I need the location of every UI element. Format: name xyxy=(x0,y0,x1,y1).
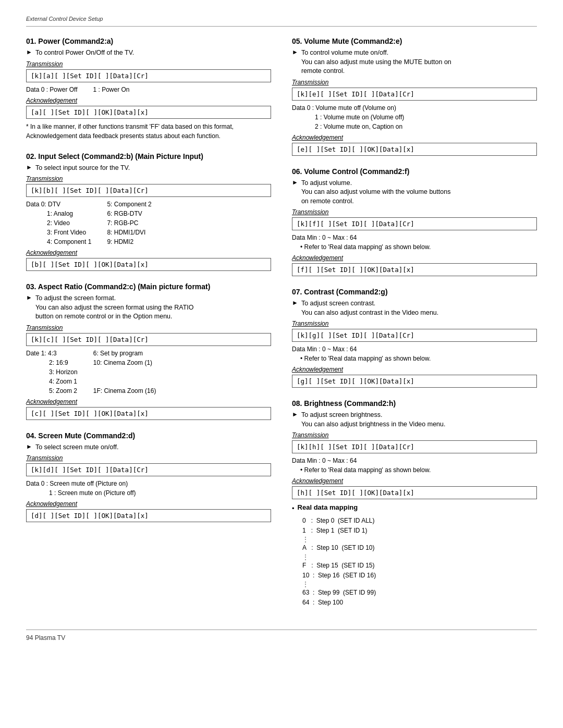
ack-label-03: Acknowledgement xyxy=(26,398,271,405)
rdm-entry-1: 1 : Step 1 (SET ID 1) xyxy=(302,526,537,536)
section-08-bullet: ► To adjust screen brightness.You can al… xyxy=(292,411,537,429)
transmission-code-06: [k][f][ ][Set ID][ ][Data][Cr] xyxy=(292,217,537,230)
data-col-left-03: Date 1: 4:3 2: 16:9 3: Horizon 4: Zoom 1… xyxy=(26,349,78,396)
ack-code-01: [a][ ][Set ID][ ][OK][Data][x] xyxy=(26,106,271,119)
rdm-entry-63: 63 : Step 99 (SET ID 99) xyxy=(302,588,537,598)
left-column: 01. Power (Command2:a) ► To control Powe… xyxy=(26,37,271,619)
page-header: External Control Device Setup xyxy=(26,16,537,27)
section-07: 07. Contrast (Command2:g) ► To adjust sc… xyxy=(292,288,537,388)
ack-code-07: [g][ ][Set ID][ ][OK][Data][x] xyxy=(292,375,537,388)
section-07-bullet: ► To adjust screen contrast.You can also… xyxy=(292,299,537,317)
section-04: 04. Screen Mute (Command2:d) ► To select… xyxy=(26,431,271,523)
transmission-code-08: [k][h][ ][Set ID][ ][Data][Cr] xyxy=(292,440,537,453)
data-col-left-02: Data 0: DTV 1: Analog 2: Video 3: Front … xyxy=(26,200,91,246)
arrow-icon-3: ► xyxy=(26,294,32,301)
rdm-dots-2: ⋮ xyxy=(302,554,537,560)
section-05-desc: To control volume mute on/off.You can al… xyxy=(301,48,451,76)
section-02-title: 02. Input Select (Command2:b) (Main Pict… xyxy=(26,152,271,161)
arrow-icon-6: ► xyxy=(292,179,298,186)
data-row-03: Date 1: 4:3 2: 16:9 3: Horizon 4: Zoom 1… xyxy=(26,349,271,396)
section-08-desc: To adjust screen brightness.You can also… xyxy=(301,411,446,429)
bullet-dot-real: • xyxy=(292,504,295,512)
transmission-code-04: [k][d][ ][Set ID][ ][Data][Cr] xyxy=(26,463,271,476)
arrow-icon-2: ► xyxy=(26,164,32,171)
section-05-title: 05. Volume Mute (Command2:e) xyxy=(292,37,537,45)
rdm-dots-1: ⋮ xyxy=(302,536,537,542)
data-table-03: Date 1: 4:3 2: 16:9 3: Horizon 4: Zoom 1… xyxy=(26,349,271,396)
ack-code-05: [e][ ][Set ID][ ][OK][Data][x] xyxy=(292,143,537,156)
ack-code-04: [d][ ][Set ID][ ][OK][Data][x] xyxy=(26,509,271,522)
transmission-code-01: [k][a][ ][Set ID][ ][Data][Cr] xyxy=(26,69,271,82)
section-04-title: 04. Screen Mute (Command2:d) xyxy=(26,431,271,440)
rdm-dots-3: ⋮ xyxy=(302,581,537,587)
section-01-desc: To control Power On/Off of the TV. xyxy=(35,48,134,58)
page-container: External Control Device Setup 01. Power … xyxy=(0,0,563,728)
transmission-label-08: Transmission xyxy=(292,431,537,439)
section-02-desc: To select input source for the TV. xyxy=(35,164,130,173)
transmission-label-05: Transmission xyxy=(292,79,537,86)
section-06-desc: To adjust volume.You can also adjust vol… xyxy=(301,179,451,206)
data-line-01-0: Data 0 : Power Off 1 : Power On xyxy=(26,85,271,94)
section-01-bullet: ► To control Power On/Off of the TV. xyxy=(26,48,271,58)
transmission-label-06: Transmission xyxy=(292,208,537,216)
transmission-code-03: [k][c][ ][Set ID][ ][Data][Cr] xyxy=(26,333,271,346)
section-03-desc: To adjust the screen format.You can also… xyxy=(35,294,194,322)
data-table-04: Data 0 : Screen mute off (Picture on) 1 … xyxy=(26,479,271,498)
section-04-bullet: ► To select screen mute on/off. xyxy=(26,443,271,452)
section-07-title: 07. Contrast (Command2:g) xyxy=(292,288,537,296)
right-column: 05. Volume Mute (Command2:e) ► To contro… xyxy=(292,37,537,619)
data-table-08: Data Min : 0 ~ Max : 64 • Refer to 'Real… xyxy=(292,456,537,475)
section-04-desc: To select screen mute on/off. xyxy=(35,443,119,452)
rdm-entry-0: 0 : Step 0 (SET ID ALL) xyxy=(302,516,537,526)
rdm-entry-f: F : Step 15 (SET ID 15) xyxy=(302,561,537,571)
section-03-title: 03. Aspect Ratio (Command2:c) (Main pict… xyxy=(26,282,271,291)
ack-code-02: [b][ ][Set ID][ ][OK][Data][x] xyxy=(26,258,271,271)
transmission-label-01: Transmission xyxy=(26,60,271,68)
ack-code-03: [c][ ][Set ID][ ][OK][Data][x] xyxy=(26,407,271,420)
arrow-icon-5: ► xyxy=(292,48,298,56)
section-05: 05. Volume Mute (Command2:e) ► To contro… xyxy=(292,37,537,156)
footer-text: 94 Plasma TV xyxy=(26,634,65,641)
data-col-right-03: 6: Set by program 10: Cinema Zoom (1) 1F… xyxy=(93,349,156,396)
data-row-02: Data 0: DTV 1: Analog 2: Video 3: Front … xyxy=(26,200,271,246)
real-data-mapping: • Real data mapping 0 : Step 0 (SET ID A… xyxy=(292,503,537,608)
ack-label-07: Acknowledgement xyxy=(292,366,537,373)
transmission-label-02: Transmission xyxy=(26,175,271,182)
arrow-icon-8: ► xyxy=(292,411,298,418)
data-table-05: Data 0 : Volume mute off (Volume on) 1 :… xyxy=(292,103,537,131)
section-06-title: 06. Volume Control (Command2:f) xyxy=(292,167,537,176)
section-01: 01. Power (Command2:a) ► To control Powe… xyxy=(26,37,271,141)
ack-label-05: Acknowledgement xyxy=(292,134,537,141)
transmission-label-07: Transmission xyxy=(292,320,537,327)
section-08-title: 08. Brightness (Command2:h) xyxy=(292,399,537,408)
ack-label-02: Acknowledgement xyxy=(26,249,271,256)
transmission-label-04: Transmission xyxy=(26,454,271,462)
section-08: 08. Brightness (Command2:h) ► To adjust … xyxy=(292,399,537,608)
section-06: 06. Volume Control (Command2:f) ► To adj… xyxy=(292,167,537,277)
data-table-07: Data Min : 0 ~ Max : 64 • Refer to 'Real… xyxy=(292,344,537,363)
section-07-desc: To adjust screen contrast.You can also a… xyxy=(301,299,438,317)
main-content: 01. Power (Command2:a) ► To control Powe… xyxy=(26,37,537,619)
note-01: * In a like manner, if other functions t… xyxy=(26,122,271,141)
ack-label-01: Acknowledgement xyxy=(26,97,271,104)
data-table-06: Data Min : 0 ~ Max : 64 • Refer to 'Real… xyxy=(292,233,537,252)
rdm-entry-a: A : Step 10 (SET ID 10) xyxy=(302,543,537,553)
arrow-icon-4: ► xyxy=(26,443,32,450)
transmission-label-03: Transmission xyxy=(26,324,271,331)
section-02: 02. Input Select (Command2:b) (Main Pict… xyxy=(26,152,271,272)
arrow-icon: ► xyxy=(26,48,32,56)
section-01-title: 01. Power (Command2:a) xyxy=(26,37,271,45)
ack-label-08: Acknowledgement xyxy=(292,477,537,485)
transmission-code-07: [k][g][ ][Set ID][ ][Data][Cr] xyxy=(292,329,537,342)
transmission-code-02: [k][b][ ][Set ID][ ][Data][Cr] xyxy=(26,184,271,197)
rdm-entry-10: 10 : Step 16 (SET ID 16) xyxy=(302,571,537,581)
section-03-bullet: ► To adjust the screen format.You can al… xyxy=(26,294,271,322)
data-table-01: Data 0 : Power Off 1 : Power On xyxy=(26,85,271,94)
real-data-entries: 0 : Step 0 (SET ID ALL) 1 : Step 1 (SET … xyxy=(292,516,537,608)
section-02-bullet: ► To select input source for the TV. xyxy=(26,164,271,173)
ack-label-06: Acknowledgement xyxy=(292,254,537,262)
transmission-code-05: [k][e][ ][Set ID][ ][Data][Cr] xyxy=(292,88,537,101)
data-col-right-02: 5: Component 2 6: RGB-DTV 7: RGB-PC 8: H… xyxy=(107,200,151,246)
page-footer: 94 Plasma TV xyxy=(26,630,537,641)
ack-label-04: Acknowledgement xyxy=(26,500,271,508)
